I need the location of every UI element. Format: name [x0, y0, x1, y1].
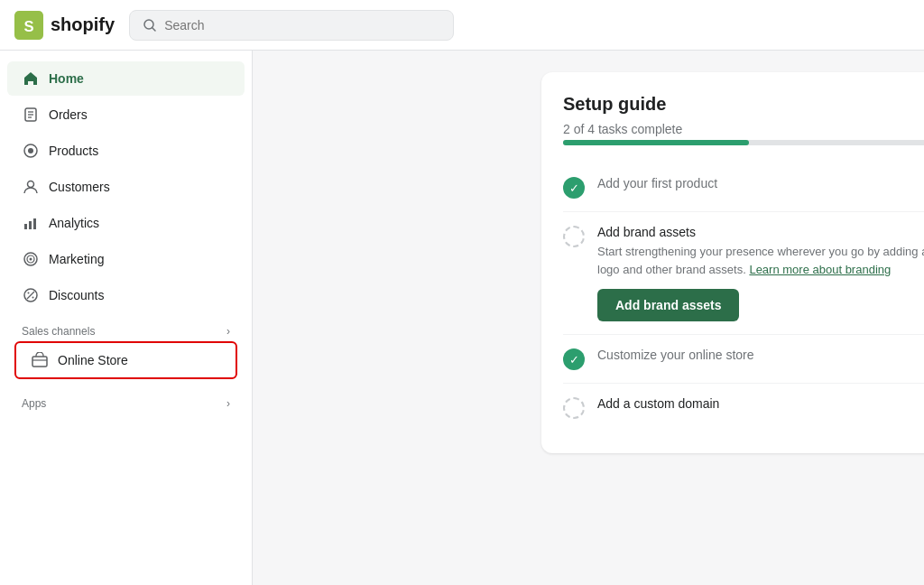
- svg-rect-21: [32, 357, 47, 367]
- sales-channels-section: Sales channels ›: [7, 314, 245, 341]
- sidebar-item-products[interactable]: Products: [7, 134, 245, 168]
- apps-label: Apps: [22, 397, 46, 410]
- svg-point-19: [28, 292, 30, 294]
- svg-point-16: [30, 258, 32, 261]
- task-title-add-brand: Add brand assets: [597, 225, 924, 239]
- task-content-customize-store: Customize your online store: [597, 348, 924, 362]
- sidebar: Home Orders Products: [0, 51, 253, 585]
- customers-icon: [22, 178, 40, 196]
- task-title-add-product: Add your first product: [597, 176, 924, 190]
- sidebar-item-marketing-label: Marketing: [49, 252, 104, 266]
- setup-guide-card: Setup guide 2 of 4 tasks complete ✓ Add …: [541, 72, 924, 453]
- sidebar-item-customers-label: Customers: [49, 180, 110, 194]
- analytics-icon: [22, 214, 40, 232]
- progress-bar-fill: [563, 140, 749, 145]
- sidebar-item-discounts-label: Discounts: [49, 288, 104, 302]
- search-input[interactable]: [164, 18, 440, 32]
- sales-channels-chevron-icon: ›: [226, 325, 230, 338]
- sidebar-item-orders-label: Orders: [49, 107, 88, 122]
- task-desc-add-brand: Start strengthening your presence wherev…: [597, 243, 924, 278]
- topbar: S shopify: [0, 0, 924, 51]
- online-store-label: Online Store: [58, 353, 128, 367]
- sidebar-item-home[interactable]: Home: [7, 61, 245, 96]
- products-icon: [22, 142, 40, 160]
- svg-point-9: [28, 148, 33, 153]
- main-content: Setup guide 2 of 4 tasks complete ✓ Add …: [253, 51, 924, 585]
- logo[interactable]: S shopify: [14, 11, 115, 40]
- task-content-add-product: Add your first product: [597, 176, 924, 190]
- orders-icon: [22, 106, 40, 124]
- sidebar-item-discounts[interactable]: Discounts: [7, 278, 245, 312]
- progress-bar-background: [563, 140, 924, 145]
- sidebar-item-orders[interactable]: Orders: [7, 98, 245, 132]
- setup-guide-title: Setup guide: [563, 94, 924, 115]
- online-store-wrapper: Online Store: [7, 341, 245, 379]
- sales-channels-label: Sales channels: [22, 325, 95, 338]
- setup-guide-subtitle: 2 of 4 tasks complete: [563, 122, 924, 136]
- task-content-add-brand: Add brand assets Start strengthening you…: [597, 225, 924, 321]
- task-check-add-brand: [563, 226, 585, 247]
- main-layout: Home Orders Products: [0, 51, 924, 585]
- apps-section: Apps ›: [7, 386, 245, 413]
- sidebar-item-analytics-label: Analytics: [49, 216, 99, 230]
- svg-line-3: [152, 27, 156, 31]
- task-link-add-brand[interactable]: Learn more about branding: [749, 263, 891, 276]
- task-customize-store[interactable]: ✓ Customize your online store: [563, 335, 924, 384]
- svg-rect-12: [29, 221, 32, 229]
- svg-rect-11: [24, 224, 27, 229]
- apps-chevron-icon: ›: [226, 397, 230, 410]
- sidebar-item-customers[interactable]: Customers: [7, 170, 245, 204]
- task-content-custom-domain: Add a custom domain: [597, 396, 924, 411]
- task-custom-domain[interactable]: Add a custom domain: [563, 384, 924, 432]
- svg-point-10: [28, 181, 34, 188]
- add-brand-assets-button[interactable]: Add brand assets: [597, 289, 739, 321]
- svg-point-20: [32, 297, 34, 299]
- shopify-logo-icon: S: [14, 11, 43, 40]
- sidebar-item-home-label: Home: [49, 71, 84, 86]
- task-add-product[interactable]: ✓ Add your first product: [563, 163, 924, 212]
- task-check-custom-domain: [563, 397, 585, 419]
- svg-rect-13: [33, 218, 36, 229]
- task-add-brand[interactable]: Add brand assets Start strengthening you…: [563, 212, 924, 335]
- task-title-custom-domain: Add a custom domain: [597, 396, 924, 411]
- svg-text:S: S: [23, 17, 33, 34]
- search-bar[interactable]: [129, 10, 454, 41]
- home-icon: [22, 70, 40, 88]
- task-check-add-product: ✓: [563, 177, 585, 199]
- logo-text: shopify: [51, 14, 115, 35]
- marketing-icon: [22, 250, 40, 268]
- sidebar-item-marketing[interactable]: Marketing: [7, 242, 245, 276]
- sidebar-item-online-store[interactable]: Online Store: [14, 341, 237, 379]
- online-store-icon: [31, 351, 49, 369]
- task-title-customize-store: Customize your online store: [597, 348, 924, 362]
- discounts-icon: [22, 286, 40, 304]
- sidebar-item-analytics[interactable]: Analytics: [7, 206, 245, 240]
- sidebar-item-products-label: Products: [49, 144, 98, 158]
- task-check-customize-store: ✓: [563, 348, 585, 370]
- search-icon: [143, 18, 157, 32]
